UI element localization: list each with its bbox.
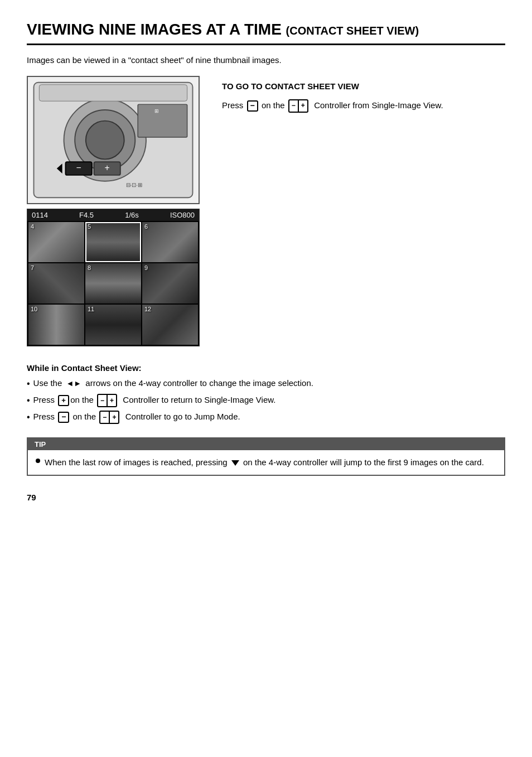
bullet-1: Use the ◄► arrows on the 4-way controlle…: [27, 377, 505, 390]
svg-text:⊟·⊡·⊞: ⊟·⊡·⊞: [126, 181, 142, 187]
cs-header: 0114 F4.5 1/6s ISO800: [27, 209, 199, 221]
tip-text: When the last row of images is reached, …: [45, 456, 484, 469]
controller-btn-group-3: − +: [99, 411, 119, 424]
minus-button-icon: −: [247, 100, 258, 112]
controller-minus: −: [289, 100, 298, 112]
controller-btn-group-2: − +: [97, 394, 117, 407]
go-to-title: TO GO TO CONTACT SHEET VIEW: [222, 81, 505, 91]
controller-minus-3: −: [100, 412, 109, 423]
page-title: VIEWING NINE IMAGES AT A TIME (CONTACT S…: [27, 20, 505, 45]
while-bullet-list: Use the ◄► arrows on the 4-way controlle…: [27, 377, 505, 424]
bullet-2: Press +on the − + Controller to return t…: [27, 394, 505, 407]
contact-sheet-display: 0114 F4.5 1/6s ISO800 4 5 6 7: [27, 209, 200, 346]
go-to-on-the: on the: [262, 100, 285, 110]
controller-btn-group: − +: [288, 99, 308, 113]
tip-bullet: When the last row of images is reached, …: [36, 456, 496, 469]
down-arrow-icon: [231, 460, 239, 466]
controller-plus-3: +: [109, 412, 118, 423]
svg-text:−: −: [76, 163, 81, 172]
svg-text:+: +: [105, 163, 110, 172]
title-main: VIEWING NINE IMAGES AT A TIME: [27, 21, 282, 38]
tip-box: TIP When the last row of images is reach…: [27, 437, 505, 476]
camera-diagram: ⊞ − + ⊟·⊡·⊞: [27, 76, 200, 204]
controller-plus: +: [298, 100, 307, 112]
grid-cell-10: 10: [28, 305, 84, 345]
grid-cell-7: 7: [28, 263, 84, 303]
svg-point-3: [86, 120, 124, 159]
grid-cell-9: 9: [142, 263, 198, 303]
top-section: ⊞ − + ⊟·⊡·⊞ 0114 F4.5 1/6s ISO800: [27, 76, 505, 346]
grid-cell-6: 6: [142, 222, 198, 262]
page-number: 79: [27, 493, 505, 502]
tip-header: TIP: [28, 438, 504, 450]
cs-aperture: F4.5: [79, 211, 94, 219]
grid-cell-4: 4: [28, 222, 84, 262]
right-column: TO GO TO CONTACT SHEET VIEW Press − on t…: [222, 76, 505, 346]
svg-rect-4: [39, 84, 187, 100]
controller-plus-2: +: [107, 395, 116, 406]
plus-button-icon-2: +: [58, 395, 69, 406]
cs-frame: 0114: [32, 211, 48, 219]
tip-text-before: When the last row of images is reached, …: [45, 457, 228, 467]
intro-text: Images can be viewed in a "contact sheet…: [27, 55, 505, 65]
while-section: While in Contact Sheet View: Use the ◄► …: [27, 363, 505, 424]
tip-bullet-dot: [36, 459, 40, 463]
grid-cell-12: 12: [142, 305, 198, 345]
svg-rect-5: [138, 104, 187, 137]
bullet-3: Press − on the − + Controller to go to J…: [27, 411, 505, 424]
cs-iso: ISO800: [170, 211, 195, 219]
left-column: ⊞ − + ⊟·⊡·⊞ 0114 F4.5 1/6s ISO800: [27, 76, 205, 346]
go-to-section: TO GO TO CONTACT SHEET VIEW Press − on t…: [222, 81, 505, 113]
4way-arrow-icon: ◄►: [66, 378, 81, 389]
go-to-text: Press − on the − + Controller from Singl…: [222, 99, 505, 113]
cs-grid: 4 5 6 7 8 9 10: [27, 221, 199, 346]
grid-cell-11: 11: [85, 305, 141, 345]
svg-text:⊞: ⊞: [154, 108, 159, 113]
cs-shutter: 1/6s: [125, 211, 139, 219]
minus-button-icon-3: −: [58, 412, 69, 423]
grid-cell-8: 8: [85, 263, 141, 303]
go-to-press-label: Press: [222, 100, 243, 110]
title-sub: (CONTACT SHEET VIEW): [286, 25, 419, 37]
grid-cell-5: 5: [85, 222, 141, 262]
tip-text-after: on the 4-way controller will jump to the…: [243, 457, 484, 467]
controller-minus-2: −: [98, 395, 107, 406]
while-title: While in Contact Sheet View:: [27, 363, 505, 373]
tip-body: When the last row of images is reached, …: [28, 450, 504, 475]
